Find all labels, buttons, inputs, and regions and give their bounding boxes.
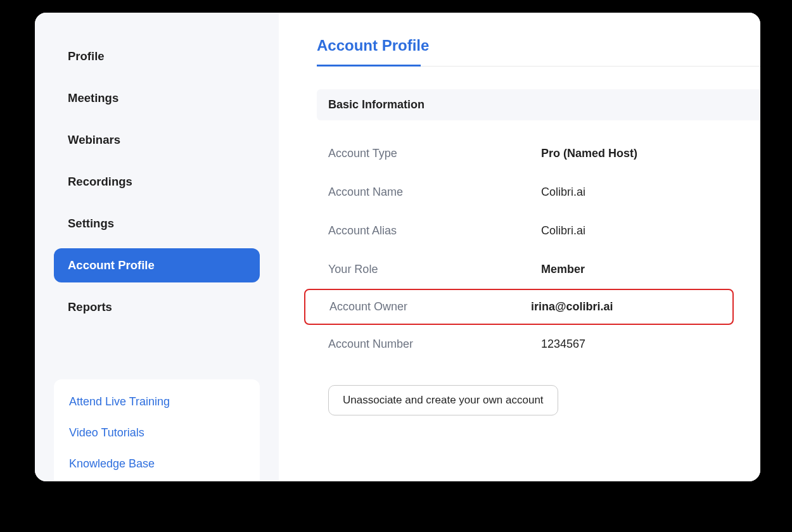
nav-item-webinars[interactable]: Webinars [54,123,260,157]
row-account-number: Account Number 1234567 [317,325,760,364]
row-your-role: Your Role Member [317,250,760,289]
help-box: Attend Live Training Video Tutorials Kno… [54,379,260,481]
nav-item-profile[interactable]: Profile [54,39,260,73]
row-account-name: Account Name Colibri.ai [317,173,760,212]
value-account-owner: irina@colibri.ai [531,300,613,314]
tab-indicator [317,65,421,66]
row-account-type: Account Type Pro (Named Host) [317,134,760,173]
row-account-alias: Account Alias Colibri.ai [317,212,760,250]
nav-item-settings[interactable]: Settings [54,206,260,241]
label-your-role: Your Role [328,263,541,276]
label-account-number: Account Number [328,338,541,351]
nav-item-reports[interactable]: Reports [54,290,260,324]
label-account-alias: Account Alias [328,224,541,238]
help-link-live-training[interactable]: Attend Live Training [69,395,245,408]
value-account-type: Pro (Named Host) [541,147,637,160]
label-account-name: Account Name [328,186,541,199]
sidebar: Profile Meetings Webinars Recordings Set… [35,13,279,481]
main-content: Account Profile Basic Information Accoun… [279,13,760,481]
help-link-video-tutorials[interactable]: Video Tutorials [69,426,245,440]
label-account-type: Account Type [328,147,541,160]
info-rows: Account Type Pro (Named Host) Account Na… [317,134,760,364]
value-account-number: 1234567 [541,338,585,351]
section-header-basic-info: Basic Information [317,89,760,120]
tab-header: Account Profile [317,37,760,66]
row-account-owner: Account Owner irina@colibri.ai [304,289,734,325]
nav-item-meetings[interactable]: Meetings [54,81,260,115]
label-account-owner: Account Owner [329,300,531,314]
value-account-alias: Colibri.ai [541,224,585,238]
action-row: Unassociate and create your own account [328,385,760,415]
value-account-name: Colibri.ai [541,186,585,199]
tab-underline [317,66,760,66]
value-your-role: Member [541,263,585,276]
nav-item-recordings[interactable]: Recordings [54,165,260,199]
app-window: Profile Meetings Webinars Recordings Set… [35,13,760,481]
nav-item-account-profile[interactable]: Account Profile [54,248,260,282]
unassociate-button[interactable]: Unassociate and create your own account [328,385,558,415]
help-link-knowledge-base[interactable]: Knowledge Base [69,457,245,471]
sidebar-nav: Profile Meetings Webinars Recordings Set… [54,39,260,332]
page-title: Account Profile [317,37,429,66]
